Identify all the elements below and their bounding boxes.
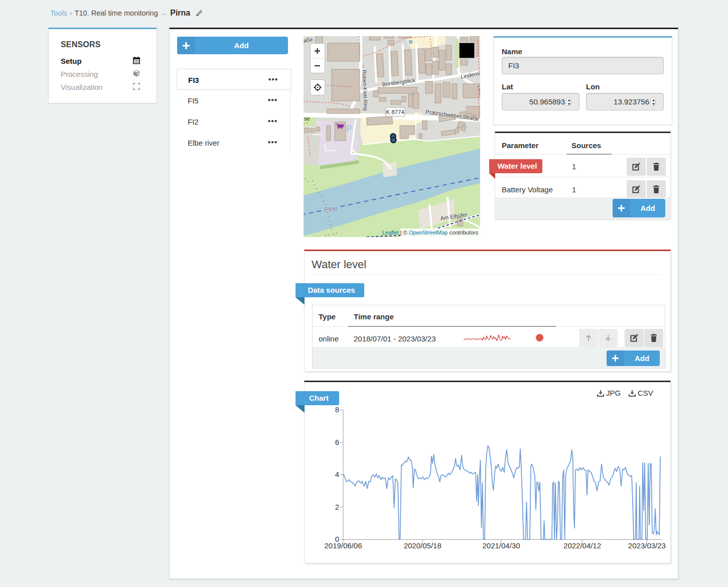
svg-text:4: 4 [335, 470, 339, 479]
svg-text:P: P [346, 124, 352, 134]
svg-text:8: 8 [335, 405, 339, 414]
svg-text:2019/06/06: 2019/06/06 [324, 541, 362, 550]
svg-text:6: 6 [335, 438, 339, 446]
svg-text:Leaflet | © OpenStreetMap cont: Leaflet | © OpenStreetMap contributors [382, 229, 479, 236]
svg-text:2021/04/30: 2021/04/30 [482, 541, 520, 550]
svg-text:2020/05/18: 2020/05/18 [404, 541, 442, 550]
svg-text:2023/03/23: 2023/03/23 [628, 541, 666, 550]
svg-text:se: se [304, 115, 310, 122]
svg-text:2022/04/12: 2022/04/12 [563, 541, 601, 550]
svg-text:2: 2 [335, 503, 339, 511]
svg-text:K 8774: K 8774 [386, 109, 404, 115]
